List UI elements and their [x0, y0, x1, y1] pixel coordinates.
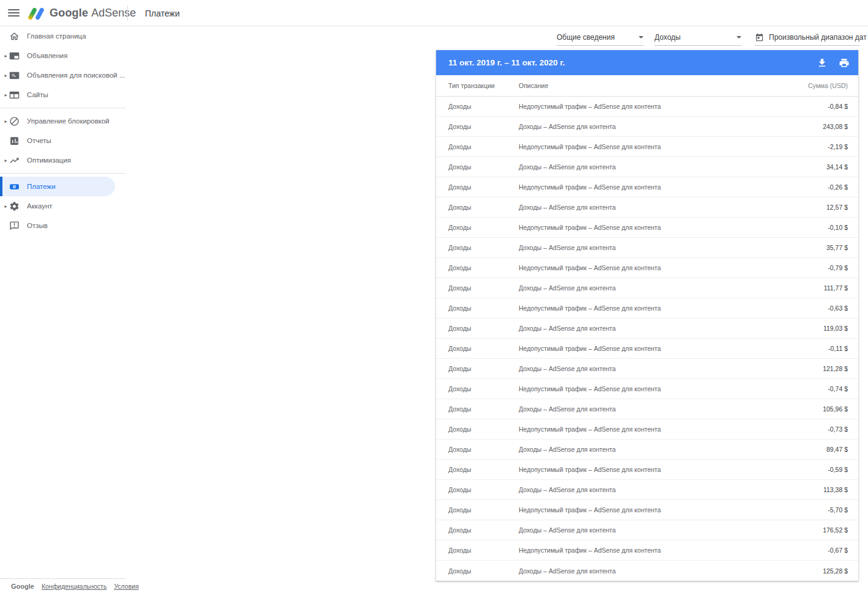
table-row: ДоходыНедопустимый трафик – AdSense для … — [436, 379, 858, 399]
transaction-amount-cell: -2,19 $ — [779, 143, 858, 150]
adsense-logo[interactable]: Google AdSense — [28, 0, 136, 26]
transaction-type-cell: Доходы — [436, 183, 519, 191]
transaction-amount-cell: -0,67 $ — [779, 547, 858, 554]
hamburger-menu-icon[interactable] — [8, 7, 20, 18]
transaction-type-cell: Доходы — [436, 547, 519, 554]
transaction-type-cell: Доходы — [436, 446, 519, 453]
adsense-app: Google AdSense Платежи Главная страница▸… — [0, 0, 868, 593]
sidebar-item-account[interactable]: ▸Аккаунт — [0, 196, 125, 216]
ads-icon — [9, 51, 20, 61]
filters-bar: Общие сведения Доходы Произвольный диапа… — [0, 29, 868, 49]
transaction-type-select-value: Доходы — [655, 33, 732, 42]
card-header: 11 окт. 2019 г. – 11 окт. 2020 г. — [436, 50, 858, 75]
footer-divider — [0, 578, 125, 579]
transaction-description-cell: Доходы – AdSense для контента — [519, 365, 779, 372]
transaction-amount-cell: -0,84 $ — [779, 103, 858, 110]
transaction-amount-cell: -0,26 $ — [779, 183, 858, 191]
transaction-type-cell: Доходы — [436, 466, 519, 473]
sidebar-item-blocking[interactable]: ▸Управление блокировкой — [0, 111, 125, 131]
transaction-description-cell: Недопустимый трафик – AdSense для контен… — [519, 385, 779, 392]
sidebar-item-optimization[interactable]: ▸Оптимизация — [0, 150, 125, 170]
sidebar-item-payments[interactable]: Платежи — [0, 177, 115, 196]
transaction-amount-cell: 125,28 $ — [779, 567, 858, 575]
sidebar-item-feedback[interactable]: Отзыв — [0, 216, 125, 235]
download-button[interactable] — [817, 57, 828, 68]
table-row: ДоходыДоходы – AdSense для контента111,7… — [436, 278, 858, 298]
sidebar-item-label: Оптимизация — [27, 157, 71, 164]
sidebar-footer: Google Конфиденциальность Условия — [0, 578, 125, 593]
table-row: ДоходыДоходы – AdSense для контента176,5… — [436, 520, 858, 540]
sidebar-item-label: Отчеты — [27, 137, 51, 144]
sidebar-item-label: Объявления для поисковой ... — [27, 72, 125, 79]
table-row: ДоходыДоходы – AdSense для контента12,57… — [436, 197, 858, 218]
transaction-amount-cell: 12,57 $ — [779, 204, 858, 211]
brand-google: Google — [50, 7, 88, 20]
transaction-type-cell: Доходы — [436, 567, 519, 575]
transaction-type-select[interactable]: Доходы — [655, 29, 741, 46]
expand-arrow-icon: ▸ — [2, 53, 9, 59]
table-row: ДоходыДоходы – AdSense для контента89,47… — [436, 440, 858, 460]
report-select[interactable]: Общие сведения — [557, 29, 644, 46]
table-row: ДоходыНедопустимый трафик – AdSense для … — [436, 258, 858, 278]
transaction-amount-cell: 34,14 $ — [779, 163, 858, 171]
sidebar-item-label: Сайты — [27, 91, 48, 98]
transaction-type-cell: Доходы — [436, 163, 519, 171]
date-range-select[interactable]: Произвольный диапазон дат — [755, 29, 859, 46]
sidebar-item-search-ads[interactable]: ▸Объявления для поисковой ... — [0, 65, 125, 85]
transaction-type-cell: Доходы — [436, 143, 519, 150]
transaction-amount-cell: -0,63 $ — [779, 304, 858, 312]
transaction-amount-cell: 113,38 $ — [779, 486, 858, 493]
transaction-type-cell: Доходы — [436, 264, 519, 271]
transaction-amount-cell: -0,74 $ — [779, 385, 858, 392]
sidebar-item-reports[interactable]: Отчеты — [0, 131, 125, 150]
transaction-type-cell: Доходы — [436, 486, 519, 493]
transaction-description-cell: Недопустимый трафик – AdSense для контен… — [519, 183, 779, 191]
transactions-body: ДоходыНедопустимый трафик – AdSense для … — [436, 97, 858, 581]
table-row: ДоходыНедопустимый трафик – AdSense для … — [436, 97, 858, 117]
account-icon — [9, 201, 20, 212]
calendar-icon — [755, 33, 764, 42]
transaction-description-cell: Недопустимый трафик – AdSense для контен… — [519, 466, 779, 473]
transaction-description-cell: Доходы – AdSense для контента — [519, 325, 779, 332]
table-row: ДоходыДоходы – AdSense для контента243,0… — [436, 117, 858, 137]
sidebar-item-label: Платежи — [27, 183, 56, 190]
transaction-amount-cell: -0,59 $ — [779, 466, 858, 473]
sidebar-item-sites[interactable]: ▸Сайты — [0, 85, 125, 105]
transaction-description-cell: Доходы – AdSense для контента — [519, 123, 779, 130]
payments-icon — [9, 182, 20, 192]
table-row: ДоходыНедопустимый трафик – AdSense для … — [436, 218, 858, 238]
block-icon — [9, 116, 20, 127]
table-row: ДоходыДоходы – AdSense для контента119,0… — [436, 319, 858, 339]
transaction-type-cell: Доходы — [436, 204, 519, 211]
transaction-description-cell: Недопустимый трафик – AdSense для контен… — [519, 143, 779, 150]
transaction-type-cell: Доходы — [436, 526, 519, 534]
transaction-description-cell: Недопустимый трафик – AdSense для контен… — [519, 506, 779, 514]
sidebar-item-label: Управление блокировкой — [27, 117, 109, 125]
adsense-logo-icon — [28, 6, 44, 21]
footer-link-privacy[interactable]: Конфиденциальность — [42, 583, 107, 590]
table-row: ДоходыНедопустимый трафик – AdSense для … — [436, 298, 858, 319]
transaction-amount-cell: -0,73 $ — [779, 425, 858, 433]
table-row: ДоходыНедопустимый трафик – AdSense для … — [436, 540, 858, 561]
transaction-type-cell: Доходы — [436, 506, 519, 514]
expand-arrow-icon: ▸ — [2, 92, 9, 98]
transactions-card: 11 окт. 2019 г. – 11 окт. 2020 г. Тип тр… — [436, 50, 858, 581]
table-row: ДоходыДоходы – AdSense для контента121,2… — [436, 359, 858, 379]
table-row: ДоходыНедопустимый трафик – AdSense для … — [436, 460, 858, 480]
expand-arrow-icon: ▸ — [2, 158, 9, 163]
table-header-row: Тип транзакции Описание Сумма (USD) — [436, 75, 858, 97]
app-header: Google AdSense Платежи — [0, 0, 868, 26]
page-title: Платежи — [145, 0, 180, 26]
transaction-description-cell: Доходы – AdSense для контента — [519, 163, 779, 171]
sidebar-nav: Главная страница▸Объявления▸Объявления д… — [0, 26, 125, 593]
table-row: ДоходыНедопустимый трафик – AdSense для … — [436, 177, 858, 197]
transaction-description-cell: Недопустимый трафик – AdSense для контен… — [519, 304, 779, 312]
feedback-icon — [9, 221, 20, 231]
transaction-amount-cell: 89,47 $ — [779, 446, 858, 453]
footer-link-terms[interactable]: Условия — [114, 583, 138, 590]
transaction-description-cell: Недопустимый трафик – AdSense для контен… — [519, 264, 779, 271]
print-button[interactable] — [839, 57, 850, 68]
transaction-description-cell: Недопустимый трафик – AdSense для контен… — [519, 345, 779, 352]
transaction-type-cell: Доходы — [436, 304, 519, 312]
optimization-icon — [9, 155, 20, 166]
